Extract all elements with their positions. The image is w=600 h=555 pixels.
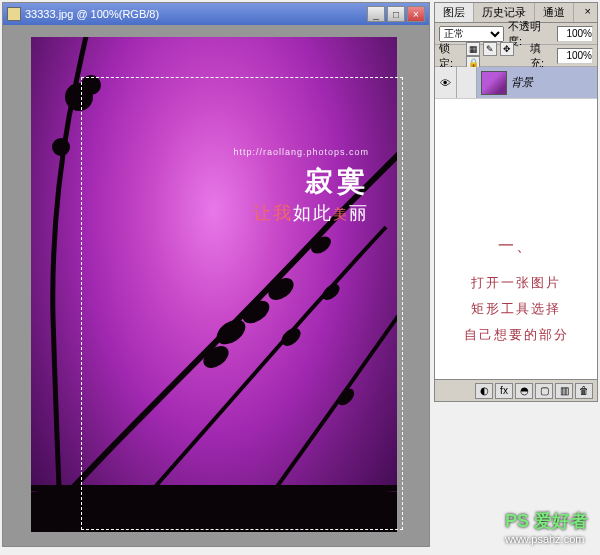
titlebar-text: 33333.jpg @ 100%(RGB/8) (25, 8, 367, 20)
svg-rect-0 (31, 485, 397, 491)
sub-b: 如此 (293, 203, 333, 223)
sub-c: 美 (333, 206, 349, 222)
panel-close[interactable]: × (579, 3, 597, 22)
fill-label: 填充: (530, 41, 553, 71)
fx-button[interactable]: ◐ (475, 383, 493, 399)
lock-label: 锁定: (439, 41, 462, 71)
canvas-area[interactable]: http://raollang.photops.com 寂寞 让我如此美丽 (3, 25, 429, 546)
visibility-icon[interactable]: 👁 (435, 67, 457, 98)
artwork-subtitle: 让我如此美丽 (233, 201, 369, 225)
instructions: 一、 打开一张图片 矩形工具选择 自己想要的部分 (434, 230, 598, 348)
opacity-input[interactable] (557, 26, 593, 42)
layer-row-background[interactable]: 👁 背景 (435, 67, 597, 99)
doc-icon (7, 7, 21, 21)
artwork-title: 寂寞 (233, 163, 369, 201)
svg-point-9 (278, 325, 304, 350)
layer-thumbnail[interactable] (481, 71, 507, 95)
tab-layers[interactable]: 图层 (435, 3, 474, 22)
lock-icons: ▦ ✎ ✥ 🔒 (466, 42, 526, 70)
window-controls: _ □ × (367, 6, 425, 22)
layer-name[interactable]: 背景 (511, 75, 533, 90)
trash-button[interactable]: 🗑 (575, 383, 593, 399)
sub-d: 丽 (349, 203, 369, 223)
maximize-button[interactable]: □ (387, 6, 405, 22)
instr-line-1: 打开一张图片 (434, 270, 598, 296)
mask-button[interactable]: ◓ (515, 383, 533, 399)
newlayer-button[interactable]: ▥ (555, 383, 573, 399)
svg-point-3 (52, 138, 70, 156)
artwork-text: http://raollang.photops.com 寂寞 让我如此美丽 (233, 147, 369, 225)
lock-move-icon[interactable]: ✥ (500, 42, 514, 56)
document-window: 33333.jpg @ 100%(RGB/8) _ □ × (2, 2, 430, 547)
sub-a: 让我 (253, 203, 293, 223)
watermark-domain: www.psahz.com (505, 533, 588, 545)
lock-trans-icon[interactable]: ▦ (466, 42, 480, 56)
step-number: 一、 (434, 230, 598, 262)
blend-mode-select[interactable]: 正常 (439, 26, 504, 42)
instr-line-3: 自己想要的部分 (434, 322, 598, 348)
watermark: PS 爱好者 www.psahz.com (505, 509, 588, 545)
canvas-image[interactable]: http://raollang.photops.com 寂寞 让我如此美丽 (31, 37, 397, 532)
titlebar[interactable]: 33333.jpg @ 100%(RGB/8) _ □ × (3, 3, 429, 25)
adjustment-button[interactable]: ▢ (535, 383, 553, 399)
minimize-button[interactable]: _ (367, 6, 385, 22)
watermark-logo: PS 爱好者 (505, 511, 588, 531)
silhouette-art (31, 37, 397, 532)
panel-footer: ◐ fx ◓ ▢ ▥ 🗑 (435, 379, 597, 401)
close-button[interactable]: × (407, 6, 425, 22)
artwork-url: http://raollang.photops.com (233, 147, 369, 157)
instr-line-2: 矩形工具选择 (434, 296, 598, 322)
svg-point-2 (81, 75, 101, 95)
layerstyle-button[interactable]: fx (495, 383, 513, 399)
layer-link-area[interactable] (457, 67, 477, 98)
lock-paint-icon[interactable]: ✎ (483, 42, 497, 56)
fill-input[interactable] (557, 48, 593, 64)
lock-row: 锁定: ▦ ✎ ✥ 🔒 填充: (435, 45, 597, 67)
